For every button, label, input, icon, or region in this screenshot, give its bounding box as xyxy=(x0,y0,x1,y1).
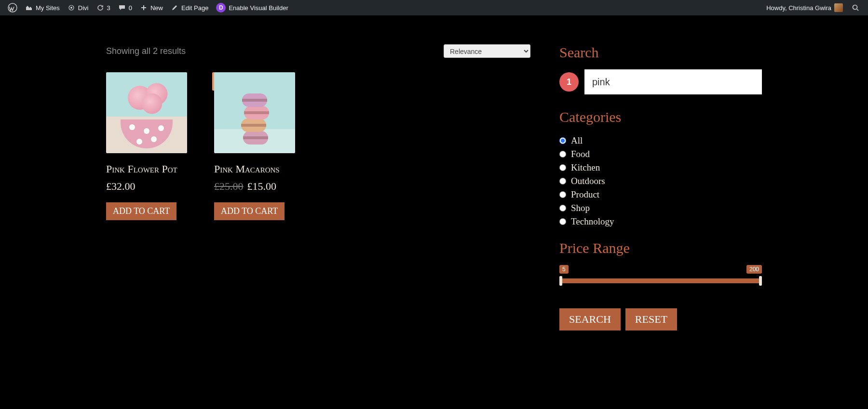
results-count: Showing all 2 results xyxy=(106,46,186,56)
updates-count: 3 xyxy=(107,4,110,12)
multisite-icon xyxy=(25,4,33,12)
reset-button[interactable]: RESET xyxy=(625,308,677,330)
product-grid: Pink Flower Pot £32.00 ADD TO CART Sale!… xyxy=(106,72,530,220)
category-list: All Food Kitchen Outdoors Product Shop T… xyxy=(559,134,762,228)
enable-vb-label: Enable Visual Builder xyxy=(229,4,288,12)
categories-heading: Categories xyxy=(559,109,762,125)
search-heading: Search xyxy=(559,44,762,61)
comment-icon xyxy=(118,4,126,12)
edit-page-link[interactable]: Edit Page xyxy=(167,0,212,15)
adminbar-search[interactable] xyxy=(847,0,864,15)
wp-logo[interactable] xyxy=(4,0,21,15)
svg-point-2 xyxy=(70,7,72,9)
category-option-outdoors[interactable]: Outdoors xyxy=(559,174,762,188)
wp-admin-bar: My Sites Divi 3 0 New Edit Page D Enable… xyxy=(0,0,868,15)
avatar xyxy=(834,3,843,12)
price-max-label: 200 xyxy=(746,265,762,274)
product-image xyxy=(106,72,187,153)
price-slider[interactable]: 5 200 xyxy=(559,265,762,289)
my-sites-link[interactable]: My Sites xyxy=(21,0,64,15)
edit-page-label: Edit Page xyxy=(181,4,208,12)
main-column: Showing all 2 results Relevance Pink Flo… xyxy=(106,44,530,390)
comments-count: 0 xyxy=(129,4,132,12)
step-badge: 1 xyxy=(559,72,579,92)
product-title: Pink Flower Pot xyxy=(106,163,177,175)
sidebar: Search 1 Categories All Food Kitchen Out… xyxy=(559,44,762,390)
category-option-kitchen[interactable]: Kitchen xyxy=(559,161,762,174)
category-option-all[interactable]: All xyxy=(559,134,762,147)
site-name-label: Divi xyxy=(78,4,89,12)
slider-handle-max[interactable] xyxy=(759,276,762,286)
site-link[interactable]: Divi xyxy=(64,0,93,15)
refresh-icon xyxy=(96,4,104,12)
product-card[interactable]: Sale! Pink Macarons £25.00 £15.00 ADD TO… xyxy=(214,72,295,220)
search-button[interactable]: SEARCH xyxy=(559,308,621,330)
product-title: Pink Macarons xyxy=(214,163,280,175)
search-icon xyxy=(851,3,860,13)
wordpress-icon xyxy=(8,3,17,13)
enable-visual-builder-link[interactable]: D Enable Visual Builder xyxy=(212,0,292,15)
sort-select[interactable]: Relevance xyxy=(444,44,530,58)
updates-link[interactable]: 3 xyxy=(93,0,114,15)
price-range-heading: Price Range xyxy=(559,240,762,256)
slider-track[interactable] xyxy=(559,278,762,283)
add-to-cart-button[interactable]: ADD TO CART xyxy=(214,202,285,220)
add-to-cart-button[interactable]: ADD TO CART xyxy=(106,202,176,220)
new-label: New xyxy=(150,4,163,12)
account-link[interactable]: Howdy, Christina Gwira xyxy=(762,0,847,15)
divi-icon: D xyxy=(216,3,226,13)
svg-line-4 xyxy=(857,9,858,11)
my-sites-label: My Sites xyxy=(36,4,60,12)
category-option-shop[interactable]: Shop xyxy=(559,201,762,215)
slider-handle-min[interactable] xyxy=(559,276,562,286)
results-bar: Showing all 2 results Relevance xyxy=(106,44,530,58)
product-price: £32.00 xyxy=(106,180,136,193)
category-option-food[interactable]: Food xyxy=(559,147,762,161)
howdy-label: Howdy, Christina Gwira xyxy=(766,4,831,12)
pencil-icon xyxy=(171,4,178,12)
category-option-product[interactable]: Product xyxy=(559,188,762,201)
product-card[interactable]: Pink Flower Pot £32.00 ADD TO CART xyxy=(106,72,187,220)
svg-point-3 xyxy=(853,5,857,10)
search-input[interactable] xyxy=(584,69,762,94)
category-option-technology[interactable]: Technology xyxy=(559,215,762,228)
page-content: Showing all 2 results Relevance Pink Flo… xyxy=(0,15,868,409)
comments-link[interactable]: 0 xyxy=(114,0,136,15)
site-icon xyxy=(68,4,75,12)
product-price: £25.00 £15.00 xyxy=(214,180,276,193)
price-min-label: 5 xyxy=(559,265,569,274)
new-link[interactable]: New xyxy=(136,0,167,15)
product-image xyxy=(214,72,295,153)
plus-icon xyxy=(140,4,148,12)
